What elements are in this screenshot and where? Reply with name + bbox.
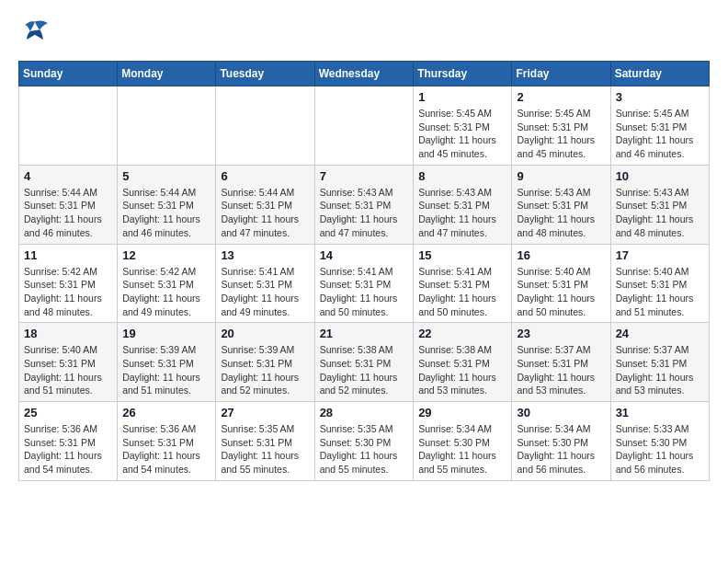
day-info: Sunrise: 5:41 AM Sunset: 5:31 PM Dayligh… [418, 265, 506, 319]
calendar-cell: 4Sunrise: 5:44 AM Sunset: 5:31 PM Daylig… [19, 165, 118, 244]
weekday-header-monday: Monday [118, 62, 216, 86]
day-info: Sunrise: 5:40 AM Sunset: 5:31 PM Dayligh… [24, 343, 112, 397]
calendar-cell: 29Sunrise: 5:34 AM Sunset: 5:30 PM Dayli… [414, 402, 512, 481]
day-info: Sunrise: 5:39 AM Sunset: 5:31 PM Dayligh… [122, 343, 210, 397]
day-number: 18 [24, 327, 112, 340]
calendar-cell: 26Sunrise: 5:36 AM Sunset: 5:31 PM Dayli… [118, 402, 216, 481]
day-number: 14 [320, 248, 409, 262]
day-info: Sunrise: 5:41 AM Sunset: 5:31 PM Dayligh… [221, 265, 309, 319]
page-header [18, 18, 710, 46]
weekday-header-thursday: Thursday [414, 62, 512, 86]
day-number: 28 [320, 406, 409, 419]
calendar-cell: 23Sunrise: 5:37 AM Sunset: 5:31 PM Dayli… [512, 323, 610, 402]
calendar-cell: 6Sunrise: 5:44 AM Sunset: 5:31 PM Daylig… [216, 165, 314, 244]
day-info: Sunrise: 5:42 AM Sunset: 5:31 PM Dayligh… [24, 265, 112, 319]
day-number: 25 [24, 406, 112, 419]
calendar-week-row: 25Sunrise: 5:36 AM Sunset: 5:31 PM Dayli… [19, 402, 710, 481]
day-number: 3 [616, 90, 704, 104]
day-info: Sunrise: 5:43 AM Sunset: 5:31 PM Dayligh… [418, 186, 506, 240]
calendar-cell [118, 86, 216, 166]
weekday-header-tuesday: Tuesday [216, 62, 314, 86]
day-number: 21 [320, 327, 409, 340]
calendar-cell: 18Sunrise: 5:40 AM Sunset: 5:31 PM Dayli… [19, 323, 118, 402]
day-info: Sunrise: 5:45 AM Sunset: 5:31 PM Dayligh… [517, 107, 605, 161]
calendar-week-row: 11Sunrise: 5:42 AM Sunset: 5:31 PM Dayli… [19, 244, 710, 323]
day-number: 8 [418, 169, 506, 183]
calendar-cell [216, 86, 314, 166]
calendar-week-row: 18Sunrise: 5:40 AM Sunset: 5:31 PM Dayli… [19, 323, 710, 402]
day-number: 7 [320, 169, 409, 183]
weekday-header-saturday: Saturday [610, 62, 709, 86]
day-info: Sunrise: 5:45 AM Sunset: 5:31 PM Dayligh… [418, 107, 506, 161]
day-number: 17 [616, 248, 704, 262]
day-info: Sunrise: 5:36 AM Sunset: 5:31 PM Dayligh… [24, 422, 112, 477]
day-number: 23 [517, 327, 605, 340]
day-info: Sunrise: 5:40 AM Sunset: 5:31 PM Dayligh… [616, 265, 704, 319]
day-number: 16 [517, 248, 605, 262]
day-number: 11 [24, 248, 112, 262]
day-info: Sunrise: 5:35 AM Sunset: 5:31 PM Dayligh… [221, 422, 309, 477]
day-number: 31 [616, 406, 704, 419]
day-number: 19 [122, 327, 210, 340]
day-info: Sunrise: 5:35 AM Sunset: 5:30 PM Dayligh… [320, 422, 409, 477]
day-info: Sunrise: 5:33 AM Sunset: 5:30 PM Dayligh… [616, 422, 704, 477]
day-info: Sunrise: 5:44 AM Sunset: 5:31 PM Dayligh… [221, 186, 309, 240]
day-info: Sunrise: 5:34 AM Sunset: 5:30 PM Dayligh… [517, 422, 605, 477]
day-info: Sunrise: 5:43 AM Sunset: 5:31 PM Dayligh… [517, 186, 605, 240]
calendar-cell: 27Sunrise: 5:35 AM Sunset: 5:31 PM Dayli… [216, 402, 314, 481]
day-info: Sunrise: 5:38 AM Sunset: 5:31 PM Dayligh… [418, 343, 506, 397]
day-number: 9 [517, 169, 605, 183]
day-number: 30 [517, 406, 605, 419]
calendar-cell: 28Sunrise: 5:35 AM Sunset: 5:30 PM Dayli… [314, 402, 414, 481]
logo [18, 18, 57, 46]
day-number: 12 [122, 248, 210, 262]
calendar-cell: 30Sunrise: 5:34 AM Sunset: 5:30 PM Dayli… [512, 402, 610, 481]
calendar-cell: 8Sunrise: 5:43 AM Sunset: 5:31 PM Daylig… [414, 165, 512, 244]
day-info: Sunrise: 5:43 AM Sunset: 5:31 PM Dayligh… [616, 186, 704, 240]
day-number: 10 [616, 169, 704, 183]
calendar-cell: 9Sunrise: 5:43 AM Sunset: 5:31 PM Daylig… [512, 165, 610, 244]
day-info: Sunrise: 5:44 AM Sunset: 5:31 PM Dayligh… [24, 186, 112, 240]
calendar-cell: 12Sunrise: 5:42 AM Sunset: 5:31 PM Dayli… [118, 244, 216, 323]
calendar-cell: 22Sunrise: 5:38 AM Sunset: 5:31 PM Dayli… [414, 323, 512, 402]
day-number: 24 [616, 327, 704, 340]
day-info: Sunrise: 5:37 AM Sunset: 5:31 PM Dayligh… [616, 343, 704, 397]
day-number: 5 [122, 169, 210, 183]
day-info: Sunrise: 5:34 AM Sunset: 5:30 PM Dayligh… [418, 422, 506, 477]
calendar-cell: 24Sunrise: 5:37 AM Sunset: 5:31 PM Dayli… [610, 323, 709, 402]
calendar-cell: 31Sunrise: 5:33 AM Sunset: 5:30 PM Dayli… [610, 402, 709, 481]
calendar-table: SundayMondayTuesdayWednesdayThursdayFrid… [18, 61, 710, 481]
calendar-cell: 16Sunrise: 5:40 AM Sunset: 5:31 PM Dayli… [512, 244, 610, 323]
day-info: Sunrise: 5:45 AM Sunset: 5:31 PM Dayligh… [616, 107, 704, 161]
day-info: Sunrise: 5:43 AM Sunset: 5:31 PM Dayligh… [320, 186, 409, 240]
calendar-cell: 17Sunrise: 5:40 AM Sunset: 5:31 PM Dayli… [610, 244, 709, 323]
day-info: Sunrise: 5:39 AM Sunset: 5:31 PM Dayligh… [221, 343, 309, 397]
day-info: Sunrise: 5:40 AM Sunset: 5:31 PM Dayligh… [517, 265, 605, 319]
calendar-cell: 21Sunrise: 5:38 AM Sunset: 5:31 PM Dayli… [314, 323, 414, 402]
day-info: Sunrise: 5:37 AM Sunset: 5:31 PM Dayligh… [517, 343, 605, 397]
day-number: 15 [418, 248, 506, 262]
day-number: 4 [24, 169, 112, 183]
calendar-week-row: 1Sunrise: 5:45 AM Sunset: 5:31 PM Daylig… [19, 86, 710, 166]
day-number: 27 [221, 406, 309, 419]
day-info: Sunrise: 5:44 AM Sunset: 5:31 PM Dayligh… [122, 186, 210, 240]
calendar-cell: 13Sunrise: 5:41 AM Sunset: 5:31 PM Dayli… [216, 244, 314, 323]
calendar-cell: 14Sunrise: 5:41 AM Sunset: 5:31 PM Dayli… [314, 244, 414, 323]
calendar-cell: 25Sunrise: 5:36 AM Sunset: 5:31 PM Dayli… [19, 402, 118, 481]
day-info: Sunrise: 5:41 AM Sunset: 5:31 PM Dayligh… [320, 265, 409, 319]
day-info: Sunrise: 5:36 AM Sunset: 5:31 PM Dayligh… [122, 422, 210, 477]
day-info: Sunrise: 5:38 AM Sunset: 5:31 PM Dayligh… [320, 343, 409, 397]
calendar-cell [19, 86, 118, 166]
day-info: Sunrise: 5:42 AM Sunset: 5:31 PM Dayligh… [122, 265, 210, 319]
day-number: 29 [418, 406, 506, 419]
calendar-week-row: 4Sunrise: 5:44 AM Sunset: 5:31 PM Daylig… [19, 165, 710, 244]
calendar-cell: 19Sunrise: 5:39 AM Sunset: 5:31 PM Dayli… [118, 323, 216, 402]
logo-icon [18, 18, 51, 46]
day-number: 20 [221, 327, 309, 340]
calendar-cell: 10Sunrise: 5:43 AM Sunset: 5:31 PM Dayli… [610, 165, 709, 244]
calendar-header-row: SundayMondayTuesdayWednesdayThursdayFrid… [19, 62, 710, 86]
calendar-cell [314, 86, 414, 166]
weekday-header-sunday: Sunday [19, 62, 118, 86]
weekday-header-wednesday: Wednesday [314, 62, 414, 86]
day-number: 2 [517, 90, 605, 104]
